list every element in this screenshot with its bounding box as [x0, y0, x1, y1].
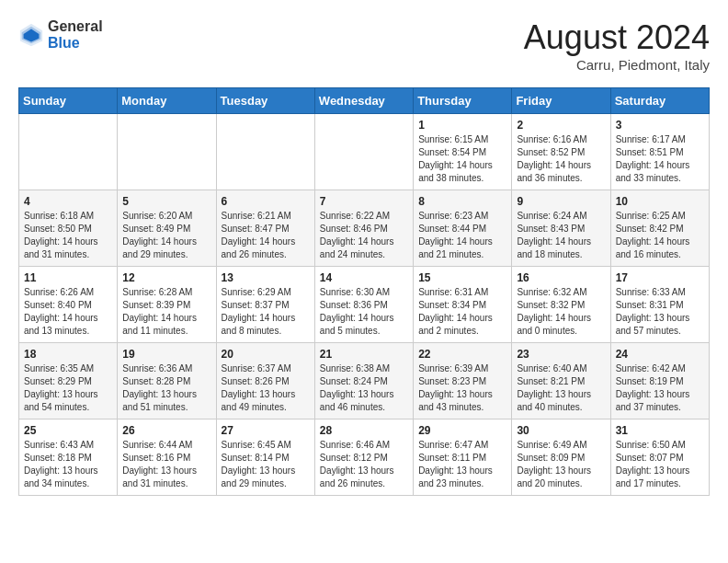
calendar-table: SundayMondayTuesdayWednesdayThursdayFrid… [18, 87, 710, 496]
day-number: 8 [418, 195, 506, 208]
day-number: 10 [616, 195, 704, 208]
day-number: 5 [122, 195, 210, 208]
day-info: Sunrise: 6:38 AM Sunset: 8:24 PM Dayligh… [320, 362, 408, 414]
day-header-friday: Friday [512, 88, 610, 114]
day-info: Sunrise: 6:42 AM Sunset: 8:19 PM Dayligh… [616, 362, 704, 414]
day-number: 14 [320, 271, 408, 284]
day-number: 13 [222, 271, 310, 284]
day-number: 7 [320, 195, 408, 208]
day-number: 2 [517, 119, 605, 132]
day-number: 17 [616, 271, 704, 284]
day-header-wednesday: Wednesday [314, 88, 413, 114]
day-info: Sunrise: 6:36 AM Sunset: 8:28 PM Dayligh… [122, 362, 210, 414]
day-info: Sunrise: 6:20 AM Sunset: 8:49 PM Dayligh… [122, 210, 210, 261]
day-header-monday: Monday [118, 88, 216, 114]
calendar-cell: 5Sunrise: 6:20 AM Sunset: 8:49 PM Daylig… [118, 190, 216, 267]
calendar-header: SundayMondayTuesdayWednesdayThursdayFrid… [19, 88, 710, 114]
calendar-cell [314, 114, 413, 190]
calendar-cell: 9Sunrise: 6:24 AM Sunset: 8:43 PM Daylig… [512, 190, 610, 267]
calendar-cell: 8Sunrise: 6:23 AM Sunset: 8:44 PM Daylig… [414, 190, 512, 267]
calendar-cell [118, 114, 216, 190]
day-number: 29 [418, 424, 506, 437]
day-info: Sunrise: 6:23 AM Sunset: 8:44 PM Dayligh… [418, 210, 506, 261]
calendar-cell: 7Sunrise: 6:22 AM Sunset: 8:46 PM Daylig… [314, 190, 413, 267]
day-info: Sunrise: 6:22 AM Sunset: 8:46 PM Dayligh… [320, 210, 408, 261]
title-block: August 2024 Carru, Piedmont, Italy [524, 18, 710, 73]
calendar-cell: 4Sunrise: 6:18 AM Sunset: 8:50 PM Daylig… [19, 190, 118, 267]
calendar-cell: 3Sunrise: 6:17 AM Sunset: 8:51 PM Daylig… [610, 114, 709, 190]
day-info: Sunrise: 6:17 AM Sunset: 8:51 PM Dayligh… [616, 133, 704, 185]
logo-text: General Blue [48, 18, 103, 51]
day-number: 18 [24, 348, 112, 361]
calendar-cell: 17Sunrise: 6:33 AM Sunset: 8:31 PM Dayli… [610, 267, 709, 343]
calendar-cell [19, 114, 118, 190]
logo-general-text: General [48, 18, 103, 35]
calendar-week-4: 18Sunrise: 6:35 AM Sunset: 8:29 PM Dayli… [19, 343, 710, 419]
day-number: 15 [418, 271, 506, 284]
calendar-cell: 20Sunrise: 6:37 AM Sunset: 8:26 PM Dayli… [216, 343, 314, 419]
day-header-saturday: Saturday [610, 88, 709, 114]
calendar-week-3: 11Sunrise: 6:26 AM Sunset: 8:40 PM Dayli… [19, 267, 710, 343]
day-info: Sunrise: 6:29 AM Sunset: 8:37 PM Dayligh… [222, 286, 310, 338]
calendar-cell: 19Sunrise: 6:36 AM Sunset: 8:28 PM Dayli… [118, 343, 216, 419]
day-info: Sunrise: 6:47 AM Sunset: 8:11 PM Dayligh… [418, 439, 506, 490]
calendar-cell: 24Sunrise: 6:42 AM Sunset: 8:19 PM Dayli… [610, 343, 709, 419]
day-number: 23 [517, 348, 605, 361]
day-info: Sunrise: 6:50 AM Sunset: 8:07 PM Dayligh… [616, 439, 704, 490]
calendar-cell: 6Sunrise: 6:21 AM Sunset: 8:47 PM Daylig… [216, 190, 314, 267]
day-info: Sunrise: 6:30 AM Sunset: 8:36 PM Dayligh… [320, 286, 408, 338]
day-header-tuesday: Tuesday [216, 88, 314, 114]
day-info: Sunrise: 6:31 AM Sunset: 8:34 PM Dayligh… [418, 286, 506, 338]
day-number: 20 [222, 348, 310, 361]
day-info: Sunrise: 6:39 AM Sunset: 8:23 PM Dayligh… [418, 362, 506, 414]
day-info: Sunrise: 6:33 AM Sunset: 8:31 PM Dayligh… [616, 286, 704, 338]
calendar-cell: 16Sunrise: 6:32 AM Sunset: 8:32 PM Dayli… [512, 267, 610, 343]
day-number: 28 [320, 424, 408, 437]
day-number: 25 [24, 424, 112, 437]
calendar-cell: 27Sunrise: 6:45 AM Sunset: 8:14 PM Dayli… [216, 419, 314, 496]
calendar-cell: 31Sunrise: 6:50 AM Sunset: 8:07 PM Dayli… [610, 419, 709, 496]
page-header: General Blue August 2024 Carru, Piedmont… [18, 18, 710, 73]
day-header-sunday: Sunday [19, 88, 118, 114]
day-number: 3 [616, 119, 704, 132]
day-info: Sunrise: 6:21 AM Sunset: 8:47 PM Dayligh… [222, 210, 310, 261]
day-number: 21 [320, 348, 408, 361]
logo-blue-text: Blue [48, 35, 103, 52]
day-info: Sunrise: 6:35 AM Sunset: 8:29 PM Dayligh… [24, 362, 112, 414]
day-info: Sunrise: 6:43 AM Sunset: 8:18 PM Dayligh… [24, 439, 112, 490]
calendar-cell [216, 114, 314, 190]
calendar-cell: 11Sunrise: 6:26 AM Sunset: 8:40 PM Dayli… [19, 267, 118, 343]
day-number: 22 [418, 348, 506, 361]
day-info: Sunrise: 6:32 AM Sunset: 8:32 PM Dayligh… [517, 286, 605, 338]
location-subtitle: Carru, Piedmont, Italy [524, 57, 710, 73]
day-number: 4 [24, 195, 112, 208]
day-number: 31 [616, 424, 704, 437]
calendar-body: 1Sunrise: 6:15 AM Sunset: 8:54 PM Daylig… [19, 114, 710, 496]
calendar-cell: 25Sunrise: 6:43 AM Sunset: 8:18 PM Dayli… [19, 419, 118, 496]
day-info: Sunrise: 6:40 AM Sunset: 8:21 PM Dayligh… [517, 362, 605, 414]
day-info: Sunrise: 6:25 AM Sunset: 8:42 PM Dayligh… [616, 210, 704, 261]
day-info: Sunrise: 6:49 AM Sunset: 8:09 PM Dayligh… [517, 439, 605, 490]
day-header-thursday: Thursday [414, 88, 512, 114]
day-number: 11 [24, 271, 112, 284]
calendar-cell: 23Sunrise: 6:40 AM Sunset: 8:21 PM Dayli… [512, 343, 610, 419]
day-info: Sunrise: 6:44 AM Sunset: 8:16 PM Dayligh… [122, 439, 210, 490]
calendar-week-5: 25Sunrise: 6:43 AM Sunset: 8:18 PM Dayli… [19, 419, 710, 496]
calendar-cell: 13Sunrise: 6:29 AM Sunset: 8:37 PM Dayli… [216, 267, 314, 343]
logo: General Blue [18, 18, 103, 51]
calendar-week-2: 4Sunrise: 6:18 AM Sunset: 8:50 PM Daylig… [19, 190, 710, 267]
day-info: Sunrise: 6:24 AM Sunset: 8:43 PM Dayligh… [517, 210, 605, 261]
day-number: 6 [222, 195, 310, 208]
day-number: 26 [122, 424, 210, 437]
calendar-cell: 10Sunrise: 6:25 AM Sunset: 8:42 PM Dayli… [610, 190, 709, 267]
day-info: Sunrise: 6:37 AM Sunset: 8:26 PM Dayligh… [222, 362, 310, 414]
day-number: 16 [517, 271, 605, 284]
calendar-cell: 15Sunrise: 6:31 AM Sunset: 8:34 PM Dayli… [414, 267, 512, 343]
month-year-title: August 2024 [524, 18, 710, 57]
day-info: Sunrise: 6:45 AM Sunset: 8:14 PM Dayligh… [222, 439, 310, 490]
header-row: SundayMondayTuesdayWednesdayThursdayFrid… [19, 88, 710, 114]
calendar-week-1: 1Sunrise: 6:15 AM Sunset: 8:54 PM Daylig… [19, 114, 710, 190]
calendar-cell: 30Sunrise: 6:49 AM Sunset: 8:09 PM Dayli… [512, 419, 610, 496]
day-number: 27 [222, 424, 310, 437]
day-info: Sunrise: 6:15 AM Sunset: 8:54 PM Dayligh… [418, 133, 506, 185]
